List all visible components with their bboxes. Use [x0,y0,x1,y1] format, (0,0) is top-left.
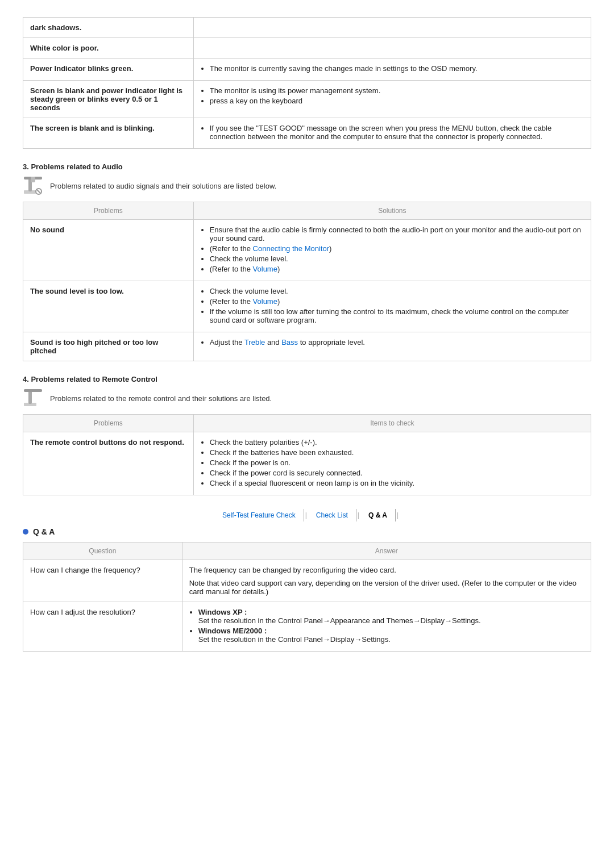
solution-cell: If you see the "TEST GOOD" message on th… [193,118,591,149]
svg-rect-7 [28,390,32,404]
qa-title: Q & A [33,527,55,536]
solution-cell: The monitor is using its power managemen… [193,81,591,118]
nav-qa[interactable]: Q & A [360,509,396,521]
qa-dot-icon [23,529,28,535]
problem-cell: Power Indicator blinks green. [23,59,194,81]
table-row: dark shadows. [23,18,591,38]
nav-check-list[interactable]: Check List [308,509,356,521]
problem-cell: dark shadows. [23,18,194,38]
items-cell: Check the battery polarities (+/-). Chec… [193,432,591,495]
wrench-icon [23,176,43,196]
qa-col-answer: Answer [182,542,591,560]
problem-cell: The screen is blank and is blinking. [23,118,194,149]
top-problems-table: dark shadows. White color is poor. Power… [23,17,591,149]
problem-cell: Screen is blank and power indicator ligh… [23,81,194,118]
table-row: Sound is too high pitched or too low pit… [23,332,591,361]
audio-problems-table: Problems Solutions No sound Ensure that … [23,202,591,361]
table-row: Power Indicator blinks green. The monito… [23,59,591,81]
volume-link-2[interactable]: Volume [253,297,277,306]
answer-cell: The frequency can be changed by reconfig… [182,560,591,602]
question-cell: How can I adjust the resolution? [23,602,182,652]
remote-col-problem: Problems [23,415,194,432]
solution-cell: The monitor is currently saving the chan… [193,59,591,81]
table-row: The screen is blank and is blinking. If … [23,118,591,149]
remote-problems-table: Problems Items to check The remote contr… [23,414,591,495]
audio-col-problem: Problems [23,202,194,220]
connecting-monitor-link[interactable]: Connecting the Monitor [253,244,329,253]
table-row: White color is poor. [23,38,591,59]
question-cell: How can I change the frequency? [23,560,182,602]
table-row: How can I change the frequency? The freq… [23,560,591,602]
table-row: The sound level is too low. Check the vo… [23,281,591,332]
svg-rect-8 [24,389,42,392]
qa-table: Question Answer How can I change the fre… [23,542,591,652]
remote-section-desc: Problems related to the remote control a… [23,388,591,408]
problem-cell: Sound is too high pitched or too low pit… [23,332,194,361]
solution-cell: Ensure that the audio cable is firmly co… [193,220,591,281]
audio-section-desc: Problems related to audio signals and th… [23,176,591,196]
problem-cell: The remote control buttons do not respon… [23,432,194,495]
remote-col-items: Items to check [193,415,591,432]
treble-link[interactable]: Treble [244,338,265,347]
wrench-icon-2 [23,388,43,408]
problem-cell: The sound level is too low. [23,281,194,332]
solution-cell [193,18,591,38]
table-row: No sound Ensure that the audio cable is … [23,220,591,281]
problem-cell: No sound [23,220,194,281]
bass-link[interactable]: Bass [281,338,298,347]
qa-col-question: Question [23,542,182,560]
problem-cell: White color is poor. [23,38,194,59]
solution-cell: Adjust the Treble and Bass to appropriat… [193,332,591,361]
qa-header: Q & A [23,527,591,536]
table-row: Screen is blank and power indicator ligh… [23,81,591,118]
volume-link-1[interactable]: Volume [253,265,277,273]
audio-desc-text: Problems related to audio signals and th… [50,182,276,190]
solution-cell [193,38,591,59]
audio-section-title: 3. Problems related to Audio [23,162,591,171]
remote-desc-text: Problems related to the remote control a… [50,394,272,403]
remote-section-title: 4. Problems related to Remote Control [23,375,591,383]
solution-cell: Check the volume level. (Refer to the Vo… [193,281,591,332]
nav-self-test[interactable]: Self-Test Feature Check [214,509,304,521]
svg-rect-3 [31,177,35,182]
svg-line-5 [36,189,41,194]
answer-cell: Windows XP :Set the resolution in the Co… [182,602,591,652]
nav-bar: Self-Test Feature Check | Check List | Q… [23,509,591,521]
table-row: How can I adjust the resolution? Windows… [23,602,591,652]
audio-col-solution: Solutions [193,202,591,220]
table-row: The remote control buttons do not respon… [23,432,591,495]
